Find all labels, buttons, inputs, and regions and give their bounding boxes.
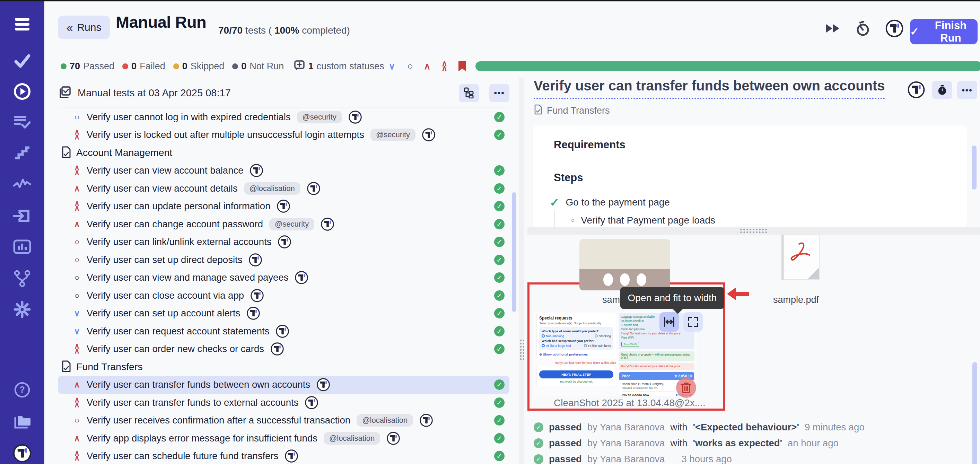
step-item[interactable]: ✓ Go to the payment page <box>550 195 670 209</box>
test-row[interactable]: Verify user can link/unlink external acc… <box>58 233 509 251</box>
chevron-down-icon[interactable]: ∨ <box>389 61 395 72</box>
test-row[interactable]: Verify user can order new checks or card… <box>58 340 509 358</box>
timer-icon[interactable] <box>855 21 870 37</box>
passed-status-icon[interactable]: ✓ <box>494 415 504 426</box>
passed-status-icon[interactable]: ✓ <box>494 380 504 390</box>
detail-card-scrollbar[interactable] <box>972 146 977 189</box>
projects-folder-icon[interactable] <box>0 413 45 430</box>
section-row[interactable]: Account Management <box>58 144 509 162</box>
bookmark-icon[interactable] <box>458 60 467 72</box>
passed-status-icon[interactable]: ✓ <box>494 183 504 194</box>
test-row[interactable]: Verify user can schedule future fund tra… <box>58 447 509 464</box>
history-note: 'works as expected' <box>693 438 782 449</box>
passed-status-icon[interactable]: ✓ <box>494 165 504 176</box>
test-row[interactable]: Verify user can view and manage saved pa… <box>58 269 509 287</box>
panel-more-button[interactable]: ••• <box>489 84 509 102</box>
priority-icon <box>72 127 83 142</box>
test-row[interactable]: Verify user can view account details @lo… <box>58 180 509 197</box>
attachments-scrollbar[interactable] <box>972 362 977 464</box>
finish-run-label: Finish Run <box>924 19 978 44</box>
test-row-selected[interactable]: Verify user can transfer funds between o… <box>58 376 509 394</box>
passed-status-icon[interactable]: ✓ <box>494 272 504 283</box>
passed-status-icon[interactable]: ✓ <box>494 201 504 211</box>
delete-attachment-button[interactable] <box>676 378 696 398</box>
test-row[interactable]: Verify user is locked out after multiple… <box>58 126 509 144</box>
test-row[interactable]: Verify user can set up direct deposits ✓ <box>58 251 509 269</box>
test-title: Verify user can update personal informat… <box>87 201 270 212</box>
passed-status-icon[interactable]: ✓ <box>494 433 504 443</box>
detail-title[interactable]: Verify user can transfer funds between o… <box>534 78 885 99</box>
automation-logo-icon[interactable] <box>907 81 925 100</box>
vertical-splitter[interactable] <box>519 78 524 464</box>
passed-status-icon[interactable]: ✓ <box>494 451 504 461</box>
activity-icon[interactable] <box>0 177 45 189</box>
test-plans-icon[interactable] <box>0 114 45 130</box>
test-row[interactable]: Verify app displays error message for in… <box>58 429 509 447</box>
expand-fullscreen-button[interactable] <box>683 312 703 332</box>
filter-priority-high-icon[interactable]: ∧ <box>424 60 431 72</box>
group-by-tree-button[interactable] <box>459 84 479 102</box>
history-status: passed <box>549 438 582 449</box>
passed-status-icon[interactable]: ✓ <box>494 112 504 122</box>
image-attachment-thumbnail[interactable] <box>579 239 670 291</box>
passed-status-icon[interactable]: ✓ <box>494 308 504 318</box>
passed-status-icon[interactable]: ✓ <box>494 130 504 140</box>
history-entry[interactable]: ✓ passed by Yana Baranova 3 hours ago <box>534 451 973 464</box>
check-icon: ✓ <box>910 25 919 38</box>
passed-status-icon[interactable]: ✓ <box>494 255 504 265</box>
test-row[interactable]: Verify user can set up account alerts ✓ <box>58 305 509 323</box>
passed-status-icon[interactable]: ✓ <box>494 219 504 229</box>
test-row[interactable]: Verify user can request account statemen… <box>58 322 509 340</box>
test-row[interactable]: Verify user cannot log in with expired c… <box>58 108 509 126</box>
pdf-attachment-thumbnail[interactable] <box>784 235 819 280</box>
test-row[interactable]: Verify user can transfer funds to extern… <box>58 394 509 412</box>
brand-logo-icon[interactable] <box>885 19 904 39</box>
passed-status-icon[interactable]: ✓ <box>494 291 504 301</box>
priority-icon <box>72 377 83 392</box>
runs-icon[interactable] <box>0 83 45 100</box>
test-title: Verify user can schedule future fund tra… <box>87 450 278 462</box>
svg-text:?: ? <box>19 384 25 395</box>
filter-priority-highest-icon[interactable]: ∧∧ <box>439 59 450 73</box>
left-panel-scrollbar[interactable] <box>512 192 516 312</box>
tests-icon[interactable] <box>0 52 45 68</box>
history-entry[interactable]: ✓ passed by Yana Baranova with 'works as… <box>534 435 973 451</box>
splitter-grip-icon <box>740 228 768 234</box>
reports-icon[interactable] <box>0 239 45 254</box>
substep-item[interactable]: ○ Verify that Payment page loads <box>571 215 715 226</box>
passed-status-icon[interactable]: ✓ <box>494 397 504 408</box>
automation-logo-icon <box>305 396 318 410</box>
test-row[interactable]: Verify user can view account balance ✓ <box>58 162 509 180</box>
milestones-icon[interactable] <box>0 146 45 160</box>
test-row[interactable]: Verify user can update personal informat… <box>58 197 509 216</box>
test-row[interactable]: Verify user can change account password … <box>58 215 509 233</box>
settings-gear-icon[interactable] <box>0 301 45 318</box>
breadcrumb[interactable]: Fund Transfers <box>534 104 610 118</box>
passed-status-icon[interactable]: ✓ <box>494 237 504 247</box>
versions-icon[interactable] <box>0 270 45 288</box>
help-icon[interactable]: ? <box>0 381 45 399</box>
import-icon[interactable] <box>0 208 45 223</box>
timer-button[interactable] <box>932 81 952 99</box>
fit-to-width-button[interactable] <box>659 312 679 332</box>
detail-more-button[interactable]: ••• <box>957 81 977 99</box>
shot-link: ⊕ Show additional preferences <box>539 353 613 356</box>
custom-status-icon <box>294 60 305 73</box>
section-row[interactable]: Fund Transfers <box>58 358 509 376</box>
passed-status-icon[interactable]: ✓ <box>494 326 504 337</box>
test-row[interactable]: Verify user can close account via app ✓ <box>58 287 509 305</box>
passed-status-icon[interactable]: ✓ <box>494 344 504 354</box>
custom-count: 1 <box>308 61 313 72</box>
thumbnail-top-region <box>579 239 670 269</box>
test-title: Verify user receives confirmation after … <box>87 415 350 426</box>
history-entry[interactable]: ✓ passed by Yana Baranova with '<Expecte… <box>534 419 973 435</box>
test-row[interactable]: Verify user receives confirmation after … <box>58 412 509 430</box>
app-logo-icon[interactable] <box>0 443 45 463</box>
fast-forward-icon[interactable] <box>825 22 841 36</box>
back-to-runs-button[interactable]: « Runs <box>58 16 110 39</box>
menu-icon[interactable] <box>0 17 45 31</box>
finish-run-button[interactable]: ✓ Finish Run <box>910 19 978 44</box>
horizontal-splitter[interactable] <box>527 227 980 235</box>
filter-priority-none-icon[interactable]: ○ <box>407 61 413 72</box>
automation-logo-icon <box>247 306 260 320</box>
